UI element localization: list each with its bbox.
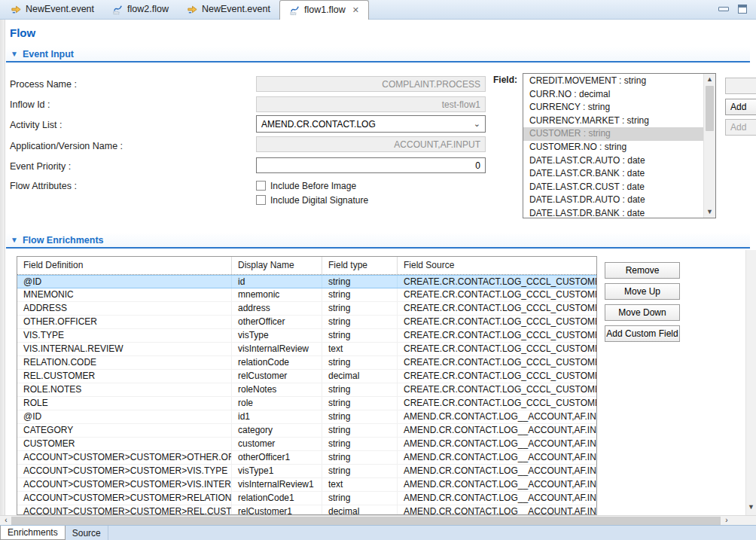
field-list-item[interactable]: CREDIT.MOVEMENT : string: [523, 75, 703, 88]
field-list-item[interactable]: DATE.LAST.CR.CUST : date: [523, 181, 703, 194]
field-list-item[interactable]: CURRENCY : string: [523, 101, 703, 114]
table-cell: relCustomer: [232, 370, 322, 383]
editor-page-tabs: EnrichmentsSource: [0, 525, 756, 540]
field-list-item[interactable]: DATE.LAST.DR.BANK : date: [523, 207, 703, 218]
field-list-item[interactable]: DATE.LAST.DR.AUTO : date: [523, 194, 703, 207]
move-down-button[interactable]: Move Down: [605, 304, 680, 321]
editor-tab-NewEvent.event[interactable]: NewEvent.event: [178, 0, 279, 19]
table-cell: CREATE.CR.CONTACT.LOG_CCCL_CUSTOMER: [398, 288, 596, 301]
table-cell: ACCOUNT>CUSTOMER>CUSTOMER>VIS.INTERNAL..…: [17, 478, 232, 491]
editor-tab-flow1.flow[interactable]: flow1.flow✕: [279, 0, 369, 20]
include-digital-signature-checkbox[interactable]: [256, 195, 266, 205]
field-list-item[interactable]: CUSTOMER : string: [523, 127, 703, 141]
table-cell: CREATE.CR.CONTACT.LOG_CCCL_CUSTOMER: [398, 356, 596, 369]
collapse-arrow-icon[interactable]: ▼: [11, 50, 18, 58]
table-row[interactable]: ROLE.NOTESroleNotesstringCREATE.CR.CONTA…: [17, 383, 596, 397]
remove-button[interactable]: Remove: [605, 262, 680, 279]
include-before-image-label: Include Before Image: [270, 181, 356, 191]
table-cell: string: [322, 451, 398, 464]
table-row[interactable]: @IDidstringCREATE.CR.CONTACT.LOG_CCCL_CU…: [17, 275, 596, 288]
add-field-button-2[interactable]: Add: [725, 99, 756, 115]
editor-tab-bar: NewEvent.eventflow2.flowNewEvent.eventfl…: [0, 0, 756, 20]
table-row[interactable]: CATEGORYcategorystringAMEND.CR.CONTACT.L…: [17, 424, 596, 438]
close-icon[interactable]: ✕: [352, 5, 359, 15]
editor-tab-flow2.flow[interactable]: flow2.flow: [103, 0, 178, 19]
field-list-item[interactable]: DATE.LAST.CR.AUTO : date: [523, 154, 703, 168]
table-row[interactable]: ACCOUNT>CUSTOMER>CUSTOMER>VIS.INTERNAL..…: [17, 478, 596, 492]
table-row[interactable]: @IDid1stringAMEND.CR.CONTACT.LOG__ACCOUN…: [17, 410, 596, 424]
minimize-icon[interactable]: [718, 7, 729, 11]
table-cell: category: [232, 424, 322, 437]
include-before-image-checkbox[interactable]: [256, 181, 266, 191]
scrollbar-thumb[interactable]: [11, 517, 721, 525]
section-flow-enrichments[interactable]: ▼ Flow Enrichments: [6, 233, 750, 249]
table-row[interactable]: ROLErolestringCREATE.CR.CONTACT.LOG_CCCL…: [17, 397, 596, 410]
table-row[interactable]: ACCOUNT>CUSTOMER>CUSTOMER>OTHER.OFFICERo…: [17, 451, 596, 465]
scroll-left-icon[interactable]: ‹: [1, 516, 11, 525]
field-list-item[interactable]: CURRENCY.MARKET : string: [523, 114, 703, 128]
table-cell: CREATE.CR.CONTACT.LOG_CCCL_CUSTOMER: [398, 383, 596, 396]
table-cell: mnemonic: [232, 288, 322, 301]
enrichments-table[interactable]: Field DefinitionDisplay NameField typeFi…: [17, 256, 597, 515]
table-cell: decimal: [322, 505, 398, 515]
scroll-up-icon[interactable]: ▲: [704, 74, 715, 85]
table-row[interactable]: ACCOUNT>CUSTOMER>CUSTOMER>VIS.TYPEvisTyp…: [17, 465, 596, 478]
flow-file-icon: [289, 5, 300, 16]
table-row[interactable]: REL.CUSTOMERrelCustomerdecimalCREATE.CR.…: [17, 370, 596, 383]
table-cell: string: [322, 302, 398, 315]
table-row[interactable]: ACCOUNT>CUSTOMER>CUSTOMER>REL.CUSTOMERre…: [17, 505, 596, 515]
table-cell: @ID: [17, 276, 232, 288]
vertical-scrollbar[interactable]: ▼: [745, 250, 756, 515]
table-cell: ACCOUNT>CUSTOMER>CUSTOMER>OTHER.OFFICER: [17, 451, 232, 464]
field-listbox[interactable]: CREDIT.MOVEMENT : stringCURR.NO : decima…: [523, 73, 716, 218]
table-cell: string: [322, 492, 398, 505]
scroll-down-icon[interactable]: ▼: [704, 206, 715, 218]
column-header-field-definition[interactable]: Field Definition: [17, 257, 232, 274]
add-field-button-3: Add: [725, 119, 756, 136]
page-tab-source[interactable]: Source: [66, 526, 108, 540]
scroll-right-icon[interactable]: ›: [721, 516, 732, 525]
event-priority-input[interactable]: 0: [256, 157, 486, 173]
table-row[interactable]: MNEMONICmnemonicstringCREATE.CR.CONTACT.…: [17, 288, 596, 302]
table-cell: string: [322, 410, 398, 423]
table-cell: CREATE.CR.CONTACT.LOG_CCCL_CUSTOMER: [398, 302, 596, 315]
table-cell: CREATE.CR.CONTACT.LOG_CCCL_CUSTOMER: [398, 329, 596, 342]
table-cell: otherOfficer1: [232, 451, 322, 464]
field-list-scrollbar[interactable]: ▲ ▼: [703, 74, 715, 218]
table-row[interactable]: OTHER.OFFICERotherOfficerstringCREATE.CR…: [17, 316, 596, 329]
field-list-item[interactable]: DATE.LAST.CR.BANK : date: [523, 167, 703, 181]
column-header-field-source[interactable]: Field Source: [398, 257, 596, 274]
editor-left-border: [0, 20, 5, 515]
section-title: Event Input: [23, 49, 74, 59]
table-row[interactable]: ACCOUNT>CUSTOMER>CUSTOMER>RELATION.CO...…: [17, 492, 596, 505]
maximize-icon[interactable]: [738, 5, 747, 14]
horizontal-scrollbar[interactable]: ‹ ›: [0, 515, 756, 525]
table-cell: VIS.INTERNAL.REVIEW: [17, 343, 232, 355]
table-cell: REL.CUSTOMER: [17, 370, 232, 383]
table-cell: AMEND.CR.CONTACT.LOG__ACCOUNT,AF.INPUT: [398, 438, 596, 450]
table-cell: string: [322, 465, 398, 477]
column-header-display-name[interactable]: Display Name: [232, 257, 322, 274]
move-up-button[interactable]: Move Up: [605, 283, 680, 300]
table-row[interactable]: VIS.INTERNAL.REVIEWvisInternalReviewtext…: [17, 343, 596, 356]
table-cell: ACCOUNT>CUSTOMER>CUSTOMER>REL.CUSTOMER: [17, 505, 232, 515]
view-window-controls: [718, 5, 747, 14]
chevron-down-icon[interactable]: ⌄: [474, 119, 480, 129]
table-row[interactable]: CUSTOMERcustomerstringAMEND.CR.CONTACT.L…: [17, 438, 596, 451]
activity-list-combobox[interactable]: AMEND.CR.CONTACT.LOG ⌄: [256, 115, 486, 133]
table-cell: AMEND.CR.CONTACT.LOG__ACCOUNT,AF.INPUT: [398, 465, 596, 477]
table-cell: string: [322, 383, 398, 396]
scrollbar-thumb[interactable]: [706, 86, 714, 131]
section-event-input[interactable]: ▼ Event Input: [6, 47, 750, 63]
table-row[interactable]: RELATION.CODErelationCodestringCREATE.CR…: [17, 356, 596, 370]
table-row[interactable]: ADDRESSaddressstringCREATE.CR.CONTACT.LO…: [17, 302, 596, 316]
page-tab-enrichments[interactable]: Enrichments: [0, 526, 66, 540]
field-list-item[interactable]: CURR.NO : decimal: [523, 88, 703, 102]
add-custom-field-button[interactable]: Add Custom Field: [605, 325, 680, 342]
collapse-arrow-icon[interactable]: ▼: [11, 236, 18, 244]
scroll-down-icon[interactable]: ▼: [746, 502, 756, 512]
table-row[interactable]: VIS.TYPEvisTypestringCREATE.CR.CONTACT.L…: [17, 329, 596, 343]
column-header-field-type[interactable]: Field type: [322, 257, 398, 274]
editor-tab-NewEvent.event[interactable]: NewEvent.event: [2, 0, 103, 19]
field-list-item[interactable]: CUSTOMER.NO : string: [523, 141, 703, 154]
